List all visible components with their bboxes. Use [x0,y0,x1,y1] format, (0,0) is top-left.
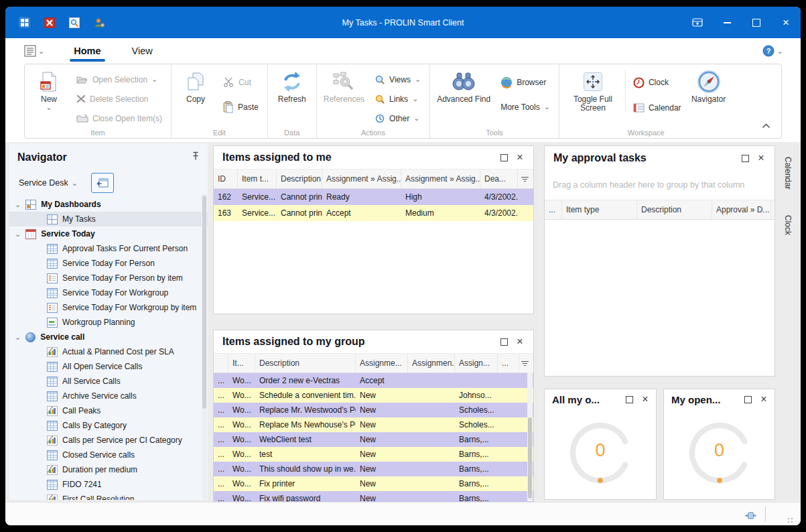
dock-tab[interactable]: Calendar [777,151,797,195]
nav-item[interactable]: My Tasks [9,212,208,226]
maximize-panel-button[interactable] [496,334,512,349]
advanced-find-button[interactable]: Advanced Find [433,67,494,104]
browser-button[interactable]: Browser [494,70,556,94]
nav-item[interactable]: Service Today For Person by item [9,271,208,285]
maximize-panel-button[interactable] [740,392,756,407]
refresh-button[interactable]: Refresh [271,67,314,104]
copy-button[interactable]: Copy [174,67,217,104]
column-header[interactable] [214,354,228,373]
column-header[interactable]: Assignment » Assig... [322,170,401,188]
tab-view[interactable]: View [131,42,154,60]
paste-button[interactable]: Paste [217,94,265,119]
nav-item[interactable]: All Service Calls [9,374,208,389]
nav-item[interactable]: Archive Service calls [9,389,208,403]
column-header[interactable]: Item t... [238,170,277,188]
workspace-selector[interactable]: Service Desk⌄ [19,178,78,188]
nav-item[interactable]: Service Today For Workgroup by item [9,300,208,315]
table-row[interactable]: ...Wo...Replace Ms Newhouse's PCNewSchol… [214,417,533,432]
close-panel-button[interactable]: × [512,334,528,349]
calendar-button[interactable]: Calendar [627,95,687,121]
more-tools-button[interactable]: More Tools⌄ [494,94,556,119]
nav-group-row[interactable]: ⌄ Service call [9,330,208,344]
table-row[interactable]: ...Wo...testNewBarns,... [214,447,533,462]
close-panel-button[interactable]: × [753,151,769,165]
column-header[interactable]: ... [498,354,519,373]
other-button[interactable]: Other⌄ [368,109,427,128]
column-header[interactable]: It... [228,354,255,373]
column-header[interactable]: Description [255,354,356,373]
open-selection-button[interactable]: Open Selection⌄ [70,70,168,89]
connection-icon[interactable] [745,510,756,522]
table-row[interactable]: ...Wo...WebClient testNewBarns,... [214,432,533,447]
links-button[interactable]: Links⌄ [368,89,427,109]
nav-group-row[interactable]: ⌄ My Dashboards [9,197,208,212]
nav-item[interactable]: Closed Service calls [9,448,208,462]
nav-item[interactable]: Call Peaks [9,403,208,418]
column-header[interactable]: Item type [562,200,637,219]
column-header[interactable]: Dea... [480,170,518,188]
column-header[interactable]: Assignmen... [408,354,455,373]
new-button[interactable]: New ⌄ [27,67,70,111]
resize-grip[interactable] [791,518,793,519]
column-header[interactable]: Description [637,200,712,219]
table-row[interactable]: ...Wo...Replace Mr. Westwood's PCNewScho… [214,403,533,417]
nav-item[interactable]: Workgroup Planning [9,315,208,330]
close-button[interactable]: × [771,7,801,38]
nav-item[interactable]: Calls By Category [9,418,208,433]
maximize-button[interactable] [742,7,771,38]
column-header[interactable]: Assignme... [356,354,408,373]
nav-item[interactable]: Approval Tasks For Current Person [9,241,208,256]
column-header[interactable]: ... [545,200,562,219]
table-row[interactable]: ...Wo...Fix printerNewBarns,... [214,476,533,491]
nav-item[interactable]: Service Today For Workgroup [9,285,208,300]
navigator-scrollbar[interactable] [202,194,207,498]
column-customize-icon[interactable] [521,354,533,373]
application-menu-button[interactable]: ⌄ [24,45,44,57]
close-open-items-button[interactable]: Close Open Item(s) [70,109,168,128]
scrollbar-thumb[interactable] [528,417,532,498]
views-button[interactable]: Views⌄ [368,70,427,89]
column-header[interactable]: Assign... [455,354,498,373]
tab-home[interactable]: Home [72,42,102,60]
help-button[interactable]: ? ⌄ [762,45,783,57]
collapse-ribbon-button[interactable] [762,119,770,131]
nav-item[interactable]: Actual & Planned Cost per SLA [9,344,208,359]
table-row[interactable]: ...Wo...Schedule a convenient tim...NewJ… [214,388,533,403]
navigator-button[interactable]: Navigator [687,67,730,104]
delete-selection-button[interactable]: Delete Selection [70,89,168,109]
nav-item[interactable]: Calls per Service per CI Category [9,433,208,448]
nav-item[interactable]: All Open Service Calls [9,359,208,374]
dock-tab[interactable]: Clock [777,210,797,241]
table-row[interactable]: ...Wo...This should show up in we...NewB… [214,462,533,476]
cut-button[interactable]: Cut [217,70,265,94]
table-row[interactable]: ...Wo...Fix wifi passwordNewBarns,... [214,491,533,503]
nav-item[interactable]: Service Today For Person [9,256,208,271]
column-header[interactable]: Approval » D... [712,200,771,219]
navigation-pane-toggle-button[interactable] [91,173,114,193]
user-settings-icon[interactable] [94,17,105,28]
nav-item[interactable]: First Call Resolution [9,492,208,500]
table-row[interactable]: 163Service...Cannot prin...AcceptMedium4… [214,205,533,221]
grid-scrollbar[interactable] [527,373,533,501]
clock-button[interactable]: Clock [627,70,687,95]
close-panel-button[interactable]: × [756,392,772,407]
ribbon-display-options-button[interactable] [683,7,712,38]
close-panel-button[interactable]: × [637,392,653,407]
app-icon[interactable] [19,17,30,28]
close-panel-button[interactable]: × [512,150,528,165]
column-header[interactable]: Description [277,170,322,188]
nav-group-row[interactable]: ⌄ Service Today [9,226,208,241]
table-row[interactable]: ...Wo...Order 2 new e-VectrasAccept [214,373,533,388]
maximize-panel-button[interactable] [737,151,753,165]
scrollbar-thumb[interactable] [202,196,206,409]
column-header[interactable]: Assignment » Assig... [401,170,480,188]
nav-item[interactable]: Duration per medium [9,462,208,477]
toggle-full-screen-button[interactable]: Toggle Full Screen [562,67,624,113]
column-customize-icon[interactable] [521,170,533,188]
column-header[interactable]: ID [214,170,238,188]
pin-icon[interactable] [192,151,200,163]
nav-item[interactable]: FIDO 7241 [9,477,208,492]
references-button[interactable]: References [320,67,368,104]
preview-search-icon[interactable] [69,17,80,28]
minimize-button[interactable] [712,7,742,38]
